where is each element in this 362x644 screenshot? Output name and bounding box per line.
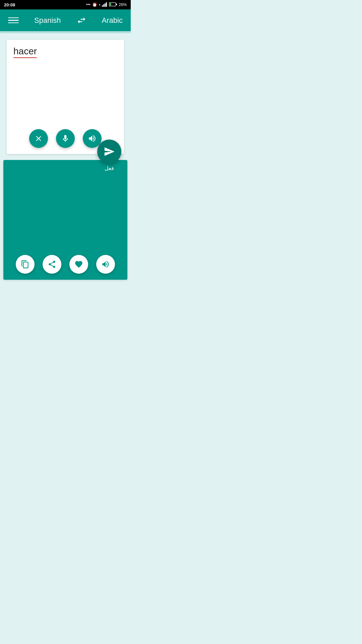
target-text-area[interactable] bbox=[3, 160, 127, 251]
menu-button[interactable] bbox=[8, 17, 19, 23]
app-header: Spanish Arabic bbox=[0, 9, 131, 31]
translate-fab-container: فعل bbox=[97, 140, 121, 171]
copy-icon bbox=[21, 260, 29, 269]
time: 20:08 bbox=[4, 2, 15, 7]
dots-icon: ••• bbox=[86, 2, 90, 7]
send-icon bbox=[104, 146, 115, 157]
svg-rect-5 bbox=[116, 3, 117, 5]
svg-rect-1 bbox=[103, 4, 104, 7]
svg-rect-2 bbox=[105, 3, 106, 7]
sim-icon: ▪ bbox=[99, 2, 100, 7]
svg-rect-0 bbox=[102, 5, 103, 7]
panels-wrapper: hacer bbox=[0, 33, 131, 283]
share-button[interactable] bbox=[43, 255, 61, 274]
copy-button[interactable] bbox=[16, 255, 35, 274]
source-panel: hacer bbox=[7, 40, 124, 154]
percent: 26% bbox=[119, 2, 127, 7]
target-language-selector[interactable]: Arabic bbox=[102, 16, 123, 25]
target-controls bbox=[3, 250, 127, 280]
speaker-icon bbox=[88, 134, 97, 143]
alarm-icon: ⏰ bbox=[92, 2, 97, 7]
status-icons: ••• ⏰ ▪ 26% bbox=[86, 2, 127, 8]
source-word: hacer bbox=[13, 46, 37, 58]
source-panel-wrapper: hacer bbox=[3, 37, 127, 157]
svg-rect-3 bbox=[106, 2, 107, 7]
close-icon bbox=[34, 134, 43, 143]
translate-button[interactable] bbox=[97, 140, 121, 164]
microphone-button[interactable] bbox=[56, 129, 75, 148]
signal-icon bbox=[102, 2, 107, 8]
battery-icon bbox=[109, 2, 117, 8]
status-bar: 20:08 ••• ⏰ ▪ 26% bbox=[0, 0, 131, 9]
heart-icon bbox=[74, 260, 83, 269]
app-content: hacer bbox=[0, 33, 131, 283]
source-text-area[interactable]: hacer bbox=[7, 40, 124, 124]
target-panel bbox=[3, 160, 127, 280]
svg-rect-6 bbox=[109, 3, 111, 6]
speaker-icon bbox=[101, 260, 110, 269]
source-language-selector[interactable]: Spanish bbox=[34, 16, 61, 25]
swap-languages-button[interactable] bbox=[76, 15, 86, 25]
share-icon bbox=[48, 260, 56, 269]
fab-label: فعل bbox=[105, 165, 114, 171]
microphone-icon bbox=[61, 134, 70, 143]
favorite-button[interactable] bbox=[69, 255, 88, 274]
clear-button[interactable] bbox=[29, 129, 48, 148]
target-speak-button[interactable] bbox=[96, 255, 115, 274]
